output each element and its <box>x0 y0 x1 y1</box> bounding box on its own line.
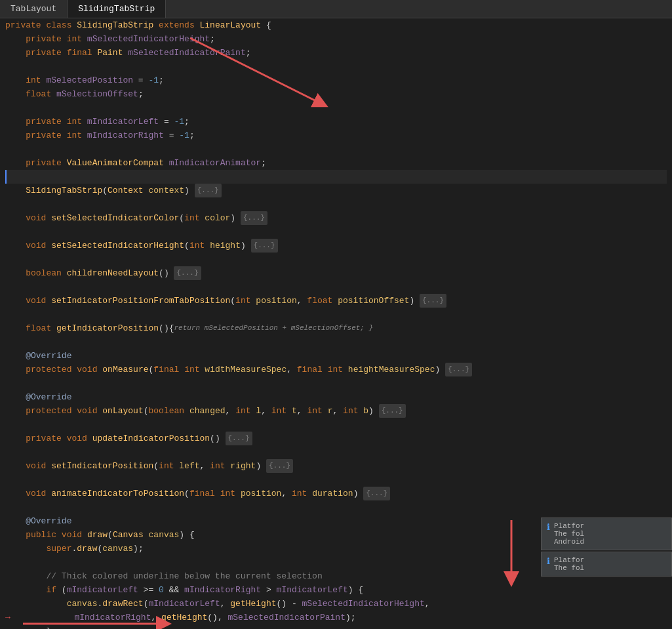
code-line: private int mSelectedIndicatorHeight; <box>5 32 667 46</box>
code-line <box>5 445 667 459</box>
code-line <box>5 418 667 432</box>
tab-tablayout[interactable]: TabLayout <box>0 0 68 18</box>
code-line: void animateIndicatorToPosition(final in… <box>5 487 667 500</box>
code-line <box>5 308 667 321</box>
code-line: int mSelectedPosition = -1; <box>5 73 667 87</box>
code-line: private class SlidingTabStrip extends Li… <box>5 18 667 32</box>
code-line <box>5 225 667 239</box>
code-line: boolean childrenNeedLayout() {...} <box>5 266 667 280</box>
code-line <box>5 101 667 115</box>
info-icon-2: ℹ <box>547 556 550 567</box>
code-line: @Override <box>5 349 667 363</box>
code-line: void setSelectedIndicatorColor(int color… <box>5 211 667 225</box>
code-line <box>5 253 667 266</box>
code-line: private int mIndicatorRight = -1; <box>5 129 667 142</box>
code-line-cursor <box>5 170 667 184</box>
code-line <box>5 335 667 349</box>
code-line-getindicator: float getIndicatorPosition(){return mSel… <box>5 321 667 335</box>
tab-slidingtabstrip[interactable]: SlidingTabStrip <box>68 0 166 18</box>
info-line-2: The fol <box>554 530 584 538</box>
info-text: Platfor The fol Android <box>554 522 584 546</box>
code-line: void setSelectedIndicatorHeight(int heig… <box>5 239 667 253</box>
code-line: void setIndicatorPosition(int left, int … <box>5 459 667 473</box>
code-line <box>5 473 667 487</box>
code-line: private final Paint mSelectedIndicatorPa… <box>5 46 667 60</box>
info-panels: ℹ Platfor The fol Android ℹ Platfor The … <box>541 517 672 577</box>
info-line-4: Platfor <box>554 556 584 564</box>
code-line: private void updateIndicatorPosition() {… <box>5 432 667 445</box>
code-line: } <box>5 624 667 629</box>
code-line: protected void onMeasure(final int width… <box>5 363 667 376</box>
code-line <box>5 376 667 390</box>
code-line: private int mIndicatorLeft = -1; <box>5 115 667 129</box>
code-line <box>5 280 667 294</box>
code-line: if (mIndicatorLeft >= 0 && mIndicatorRig… <box>5 583 667 597</box>
code-line: private ValueAnimatorCompat mIndicatorAn… <box>5 156 667 170</box>
code-line: protected void onLayout(boolean changed,… <box>5 404 667 418</box>
code-line: float mSelectionOffset; <box>5 87 667 101</box>
code-line <box>5 197 667 211</box>
tab-bar: TabLayout SlidingTabStrip <box>0 0 672 18</box>
code-line <box>5 60 667 73</box>
info-line-1: Platfor <box>554 522 584 530</box>
code-line-drawrect: → mIndicatorRight, getHeight(), mSelecte… <box>5 611 667 624</box>
code-line <box>5 500 667 514</box>
info-icon: ℹ <box>547 522 550 533</box>
info-line-3: Android <box>554 538 584 546</box>
code-line: SlidingTabStrip(Context context) {...} <box>5 184 667 197</box>
code-line: @Override <box>5 390 667 404</box>
info-panel-1: ℹ Platfor The fol Android <box>541 517 672 550</box>
info-line-5: The fol <box>554 564 584 572</box>
code-area: private class SlidingTabStrip extends Li… <box>0 18 672 629</box>
code-line: void setIndicatorPositionFromTabPosition… <box>5 294 667 308</box>
code-line <box>5 142 667 156</box>
code-line: canvas.drawRect(mIndicatorLeft, getHeigh… <box>5 597 667 611</box>
info-text-2: Platfor The fol <box>554 556 584 572</box>
info-panel-2: ℹ Platfor The fol <box>541 552 672 577</box>
